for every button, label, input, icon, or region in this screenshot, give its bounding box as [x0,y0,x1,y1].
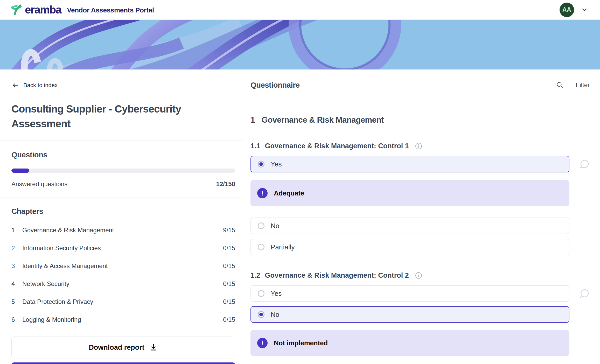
questionnaire-heading: Questionnaire [250,81,300,89]
callout-label: Adequate [274,189,304,197]
hero-banner-image [0,20,600,69]
vendor-assessments-app: eramba Vendor Assessments Portal AA [0,0,600,364]
back-label: Back to index [23,82,58,89]
avatar[interactable]: AA [560,3,574,17]
chapter-item[interactable]: 1 Governance & Risk Management 9/15 [11,227,235,234]
assessment-title: Consulting Supplier - Cybersecurity Asse… [11,102,235,141]
radio-unchecked [258,222,264,229]
questions-progress-fill [11,169,29,173]
chapter-item[interactable]: 2 Information Security Policies 0/15 [11,244,235,252]
comment-icon[interactable] [579,159,590,169]
answered-questions-value: 12/150 [216,180,235,188]
info-icon[interactable] [415,272,422,279]
option-label: Yes [271,290,282,298]
question-title: Governance & Risk Management: Control 1 [265,142,409,150]
arrow-left-icon [11,81,19,89]
submit-button[interactable]: Submit [11,362,235,364]
sidebar-actions: Download report Submit [0,330,243,364]
question-block: 1.1 Governance & Risk Management: Contro… [250,142,590,255]
option-label: Partially [271,243,295,251]
questionnaire-panel: Questionnaire Filter 1 Governance & Risk… [243,69,600,364]
chapter-item[interactable]: 4 Network Security 0/15 [11,280,235,288]
chapter-count: 9/15 [223,227,235,234]
questions-progress-bar [11,169,235,173]
questions-progress-section: Questions Answered questions 12/150 [0,141,243,198]
questions-heading: Questions [11,151,235,159]
question-block: 1.2 Governance & Risk Management: Contro… [250,271,590,356]
answer-status-callout: ! Not implemented [250,330,569,356]
radio-checked [258,311,264,318]
chapters-section: Chapters 1 Governance & Risk Management … [0,198,243,330]
chapters-heading: Chapters [11,207,235,216]
option-yes[interactable]: Yes [250,285,569,302]
chapter-count: 0/15 [223,316,235,323]
brand-logo: eramba [10,4,61,16]
chapter-item[interactable]: 6 Logging & Monitoring 0/15 [11,316,235,323]
question-number: 1.2 [250,271,260,279]
section-title: Governance & Risk Management [262,115,384,125]
top-bar: eramba Vendor Assessments Portal AA [0,0,600,20]
questionnaire-header: Questionnaire Filter [243,69,600,101]
section-header: 1 Governance & Risk Management [250,115,590,134]
chapter-count: 0/15 [223,244,235,252]
download-icon [149,343,158,352]
eramba-logo-icon [10,4,22,16]
chevron-down-icon[interactable] [581,6,588,13]
option-no[interactable]: No [250,306,569,323]
question-title: Governance & Risk Management: Control 2 [265,271,409,279]
chapter-count: 0/15 [223,280,235,288]
download-report-button[interactable]: Download report [11,337,235,358]
chapter-item[interactable]: 3 Identity & Access Management 0/15 [11,262,235,270]
questionnaire-scroll-area[interactable]: 1 Governance & Risk Management 1.1 Gover… [243,101,600,364]
option-partially[interactable]: Partially [250,239,569,255]
chapter-count: 0/15 [223,262,235,270]
back-to-index-link[interactable]: Back to index [11,69,58,89]
radio-unchecked [258,290,264,297]
exclamation-icon: ! [257,188,268,198]
portal-title: Vendor Assessments Portal [67,5,154,14]
search-icon[interactable] [556,81,564,89]
chapter-count: 0/15 [223,298,235,305]
option-no[interactable]: No [250,218,569,234]
brand-name: eramba [25,4,61,16]
radio-unchecked [258,244,264,250]
answered-questions-label: Answered questions [11,180,67,188]
exclamation-icon: ! [257,338,268,348]
filter-button[interactable]: Filter [576,81,590,89]
answer-status-callout: ! Adequate [250,180,569,206]
option-label: Yes [271,160,282,168]
info-icon[interactable] [415,143,422,150]
section-number: 1 [250,115,255,125]
question-number: 1.1 [250,142,260,150]
comment-icon[interactable] [579,288,590,299]
radio-checked [258,161,264,167]
assessment-sidebar: Back to index Consulting Supplier - Cybe… [0,69,243,364]
chapter-item[interactable]: 5 Data Protection & Privacy 0/15 [11,298,235,305]
option-yes[interactable]: Yes [250,156,569,172]
option-label: No [271,222,279,230]
option-label: No [271,311,279,319]
callout-label: Not implemented [274,339,328,347]
